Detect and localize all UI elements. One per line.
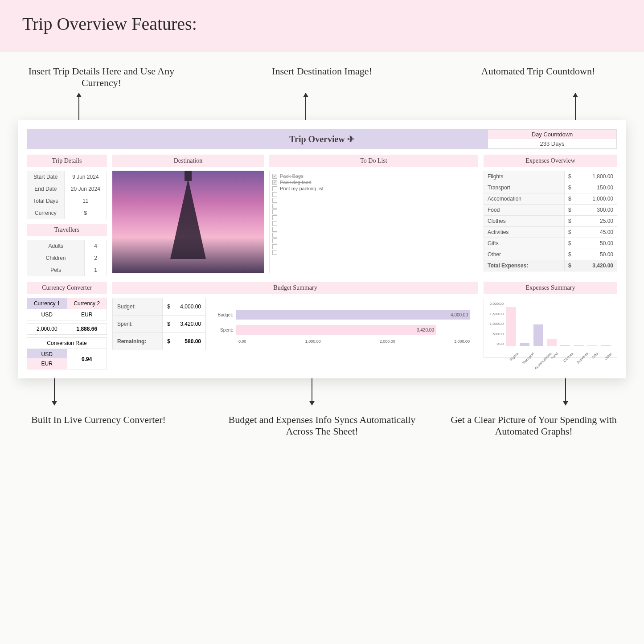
checkbox-empty-icon[interactable] [272, 244, 277, 249]
destination-image[interactable] [112, 171, 264, 273]
todo-item[interactable]: Print my packing list [271, 185, 476, 192]
todo-item[interactable] [271, 244, 476, 250]
annotation-destination-image: Insert Destination Image! [221, 66, 423, 89]
table-row-total: Total Expenses:$3,420.00 [484, 260, 617, 271]
table-row: Gifts$50.00 [484, 238, 617, 249]
chart-bar-label: Clothes [563, 352, 574, 363]
checkbox-empty-icon[interactable] [272, 233, 277, 238]
chart-y-axis: 2,000.001,500.001,000.00500.000.00 [487, 302, 504, 346]
annotation-currency-converter: Built In Live Currency Converter! [18, 414, 221, 437]
checkbox-empty-icon[interactable] [272, 192, 277, 197]
table-row: Food$300.00 [484, 205, 617, 216]
expenses-summary-header: Expenses Summary [484, 282, 617, 294]
destination-header: Destination [112, 155, 264, 167]
countdown-label: Day Countdown [488, 130, 616, 139]
chart-bar-label: Gifts [591, 352, 599, 360]
trip-details-header: Trip Details [27, 155, 107, 167]
countdown-value: 233 Days [488, 139, 616, 148]
chart-x-axis: 0.001,000.002,000.003,000.00 [238, 339, 470, 344]
arrow-up-icon [221, 93, 423, 120]
arrow-up-icon [18, 93, 221, 120]
table-row: Pets1 [27, 264, 107, 276]
currency-converter-table: Currency 1Currency 2 USDEUR [27, 298, 107, 320]
arrow-down-icon [423, 378, 626, 405]
todo-header: To Do List [269, 155, 478, 167]
table-row: Flights$1,800.00 [484, 171, 617, 182]
budget-bar-chart: Budget: 4,000.00 Spent: 3,420.00 0.001,0… [206, 298, 478, 350]
chart-bar: Accomodation [533, 324, 543, 346]
annotation-countdown: Automated Trip Countdown! [423, 66, 626, 89]
spreadsheet-panel: Trip Overview ✈ Day Countdown 233 Days T… [18, 120, 626, 378]
table-row: Start Date9 Jun 2024 [27, 171, 107, 183]
conversion-rate-header: Conversion Rate [27, 338, 107, 349]
checkbox-empty-icon[interactable] [272, 221, 277, 226]
conversion-rate-table: Conversion Rate USDEUR0.94 [27, 337, 107, 369]
todo-item[interactable] [271, 209, 476, 215]
chart-bar-label: Other [604, 352, 613, 361]
table-row: Remaining:$580.00 [113, 333, 206, 350]
todo-item[interactable] [271, 226, 476, 232]
chart-bar-label: Transport [521, 352, 535, 365]
title-bar-text: Trip Overview ✈ [289, 134, 355, 144]
table-row: End Date20 Jun 2024 [27, 183, 107, 195]
expenses-table: Flights$1,800.00 Transport$150.00 Accomo… [484, 171, 617, 271]
table-row: Transport$150.00 [484, 182, 617, 193]
todo-item[interactable] [271, 197, 476, 203]
budget-summary-header: Budget Summary [112, 282, 478, 294]
chart-bar: Other [601, 345, 611, 346]
trip-details-table: Start Date9 Jun 2024 End Date20 Jun 2024… [27, 171, 107, 219]
checkbox-empty-icon[interactable] [272, 215, 277, 220]
table-row: Spent:$3,420.00 [113, 316, 206, 333]
checkbox-empty-icon[interactable] [272, 186, 277, 191]
annotation-trip-details: Insert Trip Details Here and Use Any Cur… [18, 66, 221, 89]
todo-item[interactable] [271, 238, 476, 244]
arrow-down-icon [221, 378, 423, 405]
chart-bar: Flights [506, 307, 516, 346]
checkbox-empty-icon[interactable] [272, 250, 277, 255]
chart-bar: Gifts [587, 345, 597, 346]
budget-table: Budget:$4,000.00 Spent:$3,420.00 Remaini… [112, 298, 206, 350]
todo-item[interactable] [271, 192, 476, 197]
currency-converter-header: Currency Converter [27, 282, 107, 294]
todo-item[interactable] [271, 232, 476, 238]
todo-item[interactable]: ✓Pack dog food [271, 179, 476, 185]
annotation-graphs: Get a Clear Picture of Your Spending wit… [423, 414, 626, 437]
chart-bar-label: Accomodation [533, 352, 552, 370]
table-row: Accomodation$1,000.00 [484, 193, 617, 205]
chart-bar-label: Flights [509, 352, 519, 362]
table-row: Total Days11 [27, 195, 107, 207]
checkbox-checked-icon[interactable]: ✓ [272, 174, 277, 179]
arrow-down-icon [18, 378, 221, 405]
chart-bar: Activities [574, 345, 584, 346]
countdown-box: Day Countdown 233 Days [488, 129, 617, 149]
table-row: Budget:$4,000.00 [113, 298, 206, 316]
expenses-overview-header: Expenses Overview [484, 155, 617, 167]
eiffel-tower-illustration [170, 179, 206, 259]
table-row: Currency$ [27, 207, 107, 219]
table-row: Activities$45.00 [484, 227, 617, 238]
table-row: Adults4 [27, 240, 107, 252]
checkbox-empty-icon[interactable] [272, 227, 277, 232]
currency-amount-table: 2,000.001,888.66 [27, 323, 107, 335]
arrow-up-icon [423, 93, 626, 120]
todo-item[interactable] [271, 250, 476, 255]
checkbox-checked-icon[interactable]: ✓ [272, 180, 277, 185]
chart-bar: Clothes [560, 345, 570, 346]
todo-item[interactable] [271, 203, 476, 209]
todo-list: ✓Pack Bags ✓Pack dog food Print my packi… [269, 171, 478, 273]
checkbox-empty-icon[interactable] [272, 204, 277, 209]
title-bar: Trip Overview ✈ Day Countdown 233 Days [27, 129, 617, 149]
checkbox-empty-icon[interactable] [272, 238, 277, 243]
table-row: Other$50.00 [484, 249, 617, 260]
travellers-table: Adults4 Children2 Pets1 [27, 240, 107, 276]
annotation-budget-sync: Budget and Expenses Info Syncs Automatic… [221, 414, 423, 437]
todo-item[interactable] [271, 215, 476, 221]
chart-bar: Food [547, 339, 557, 346]
checkbox-empty-icon[interactable] [272, 209, 277, 214]
table-row: Children2 [27, 252, 107, 264]
checkbox-empty-icon[interactable] [272, 198, 277, 203]
chart-bar-label: Activities [576, 352, 589, 365]
todo-item[interactable] [271, 221, 476, 226]
chart-bar: Transport [520, 343, 529, 346]
todo-item[interactable]: ✓Pack Bags [271, 173, 476, 179]
